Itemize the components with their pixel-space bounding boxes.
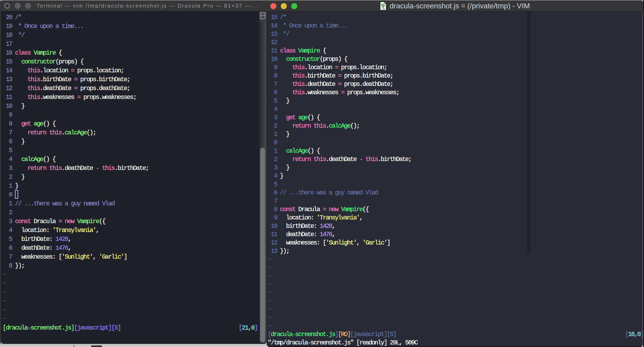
svg-text:JS: JS [382, 7, 385, 10]
